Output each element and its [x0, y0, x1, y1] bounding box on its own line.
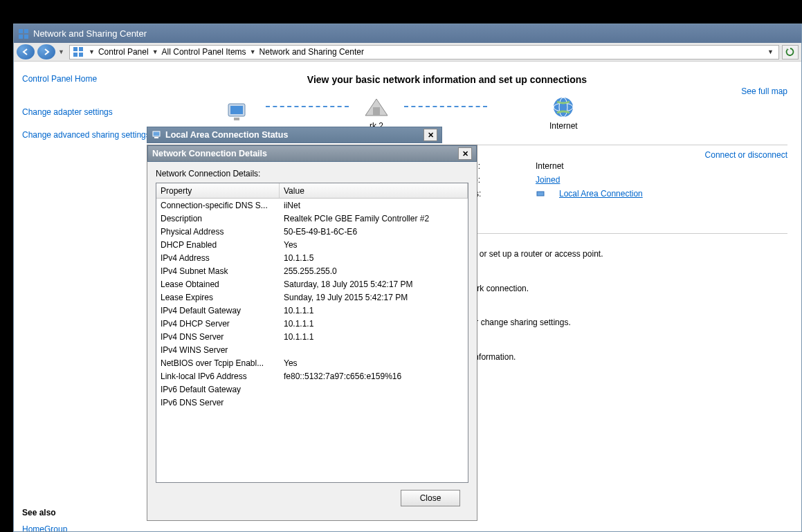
breadcrumb[interactable]: ▼ Control Panel ▼ All Control Panel Item…: [69, 45, 779, 59]
value-cell: Saturday, 18 July 2015 5:42:17 PM: [280, 279, 468, 289]
table-row[interactable]: IPv4 Subnet Mask255.255.255.0: [156, 264, 468, 277]
property-cell: IPv4 WINS Server: [156, 345, 280, 355]
svg-rect-15: [537, 192, 544, 196]
property-cell: IPv4 DHCP Server: [156, 319, 280, 329]
breadcrumb-item[interactable]: All Control Panel Items: [162, 47, 246, 57]
homegroup-value-link[interactable]: Joined: [536, 175, 560, 185]
svg-point-12: [554, 98, 573, 117]
value-cell: Sunday, 19 July 2015 5:42:17 PM: [280, 293, 468, 302]
nic-icon: [536, 189, 545, 199]
svg-rect-5: [79, 47, 83, 51]
connection-status-dialog: Local Area Connection Status ✕: [147, 127, 442, 143]
table-row[interactable]: Lease ExpiresSunday, 19 July 2015 5:42:1…: [156, 291, 468, 304]
property-cell: IPv6 DNS Server: [156, 398, 280, 407]
table-row[interactable]: NetBIOS over Tcpip Enabl...Yes: [156, 356, 468, 369]
connection-link[interactable]: Local Area Connection: [559, 189, 643, 199]
table-header: Property Value: [156, 183, 468, 199]
table-row[interactable]: Connection-specific DNS S...iiNet: [156, 199, 468, 212]
network-building-icon: [363, 95, 390, 120]
property-cell: Lease Expires: [156, 293, 280, 302]
homegroup-link[interactable]: HomeGroup: [22, 524, 154, 531]
table-row[interactable]: Physical Address50-E5-49-B1-6C-E6: [156, 225, 468, 238]
table-row[interactable]: IPv6 DNS Server: [156, 396, 468, 409]
property-cell: IPv4 DNS Server: [156, 332, 280, 342]
table-row[interactable]: IPv4 WINS Server: [156, 343, 468, 356]
value-cell: 10.1.1.1: [280, 306, 468, 315]
value-cell: 10.1.1.1: [280, 319, 468, 329]
see-full-map-link[interactable]: See full map: [741, 86, 787, 96]
svg-rect-11: [373, 107, 380, 116]
network-map: rk 2 Internet: [224, 95, 781, 131]
col-value[interactable]: Value: [280, 183, 468, 198]
chevron-down-icon[interactable]: ▼: [765, 48, 776, 55]
access-type-value: Internet: [536, 161, 564, 171]
property-cell: DHCP Enabled: [156, 240, 280, 250]
property-cell: IPv4 Address: [156, 253, 280, 263]
details-subtitle: Network Connection Details:: [156, 169, 468, 178]
property-cell: IPv4 Subnet Mask: [156, 266, 280, 276]
navbar: ▼ ▼ Control Panel ▼ All Control Panel It…: [14, 43, 801, 62]
close-icon[interactable]: ✕: [458, 147, 472, 160]
details-table: Property Value Connection-specific DNS S…: [156, 183, 468, 483]
chevron-down-icon[interactable]: ▼: [248, 48, 258, 55]
titlebar[interactable]: Network and Sharing Center: [14, 24, 801, 43]
chevron-down-icon[interactable]: ▼: [86, 48, 97, 55]
property-cell: Lease Obtained: [156, 279, 280, 289]
close-button[interactable]: Close: [401, 490, 460, 506]
table-row[interactable]: DHCP EnabledYes: [156, 238, 468, 251]
internet-label: Internet: [549, 121, 578, 131]
col-property[interactable]: Property: [156, 183, 280, 198]
svg-rect-4: [73, 47, 78, 51]
history-dropdown[interactable]: ▼: [58, 48, 66, 55]
property-cell: IPv4 Default Gateway: [156, 306, 280, 315]
dialog-title-text: Local Area Connection Status: [165, 130, 288, 140]
chevron-down-icon[interactable]: ▼: [150, 48, 161, 55]
value-cell: 255.255.255.0: [280, 266, 468, 276]
property-cell: IPv6 Default Gateway: [156, 385, 280, 394]
dialog-titlebar[interactable]: Local Area Connection Status ✕: [147, 127, 442, 143]
close-icon[interactable]: ✕: [423, 129, 437, 141]
table-row[interactable]: IPv4 DNS Server10.1.1.1: [156, 330, 468, 343]
window-title: Network and Sharing Center: [33, 28, 147, 39]
change-adapter-link[interactable]: Change adapter settings: [22, 107, 154, 118]
network-info: ccess type: Internet omeGroup: Joined on…: [439, 161, 781, 199]
value-cell: Realtek PCIe GBE Family Controller #2: [280, 214, 468, 223]
back-button[interactable]: [17, 44, 35, 59]
breadcrumb-item[interactable]: Control Panel: [98, 47, 149, 57]
svg-rect-16: [153, 131, 160, 136]
computer-icon: [224, 100, 252, 125]
table-row[interactable]: DescriptionRealtek PCIe GBE Family Contr…: [156, 212, 468, 225]
see-also-header: See also: [22, 508, 154, 517]
svg-rect-9: [230, 106, 243, 114]
connection-icon: [152, 129, 161, 141]
property-cell: Description: [156, 214, 280, 223]
svg-rect-6: [79, 53, 83, 57]
connect-disconnect-link[interactable]: Connect or disconnect: [705, 150, 787, 160]
task-fragment: nputers, or change sharing settings.: [439, 315, 781, 331]
sidebar: Control Panel Home Change adapter settin…: [14, 62, 162, 531]
value-cell: 10.1.1.1: [280, 332, 468, 342]
tasks-fragments: onnection; or set up a router or access …: [439, 247, 781, 365]
table-row[interactable]: IPv4 DHCP Server10.1.1.1: [156, 317, 468, 330]
svg-rect-7: [73, 53, 78, 57]
value-cell: fe80::5132:7a97:c656:e159%16: [280, 372, 468, 381]
svg-rect-17: [154, 137, 158, 138]
table-row[interactable]: IPv6 Default Gateway: [156, 383, 468, 396]
connection-details-dialog: Network Connection Details ✕ Network Con…: [147, 145, 477, 521]
table-row[interactable]: IPv4 Address10.1.1.5: [156, 251, 468, 264]
svg-rect-3: [24, 35, 28, 39]
page-title: View your basic network information and …: [113, 74, 781, 85]
table-row[interactable]: Link-local IPv6 Addressfe80::5132:7a97:c…: [156, 369, 468, 383]
property-cell: Link-local IPv6 Address: [156, 372, 280, 381]
forward-button[interactable]: [37, 44, 55, 59]
task-fragment: /PN network connection.: [439, 282, 781, 297]
change-sharing-link[interactable]: Change advanced sharing settings: [22, 130, 154, 141]
internet-globe-icon: [549, 95, 577, 120]
table-row[interactable]: IPv4 Default Gateway10.1.1.1: [156, 304, 468, 317]
connection-line: [404, 106, 487, 107]
svg-rect-0: [19, 29, 23, 33]
refresh-button[interactable]: [782, 45, 799, 59]
breadcrumb-item[interactable]: Network and Sharing Center: [259, 47, 364, 57]
dialog-titlebar[interactable]: Network Connection Details ✕: [147, 145, 477, 162]
table-row[interactable]: Lease ObtainedSaturday, 18 July 2015 5:4…: [156, 277, 468, 291]
